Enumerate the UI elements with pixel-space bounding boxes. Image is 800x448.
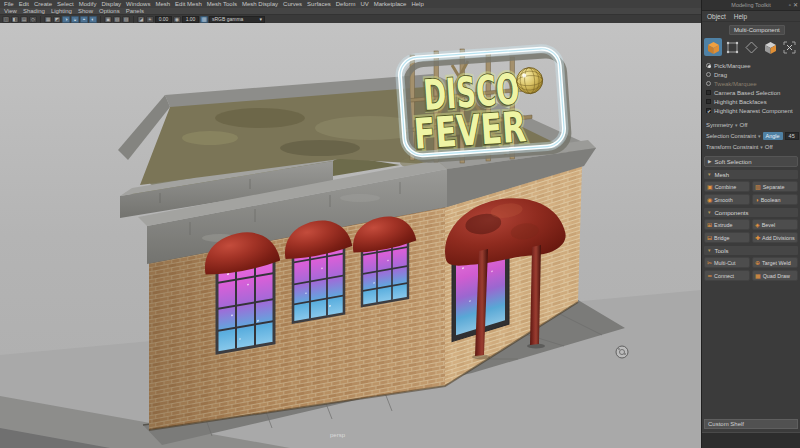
- extrude-button[interactable]: ⊞Extrude: [704, 219, 750, 230]
- image-plane-icon[interactable]: ▦: [44, 16, 52, 23]
- combine-button[interactable]: ▣Combine: [704, 181, 750, 192]
- multi-cut-button[interactable]: ✂Multi-Cut: [704, 257, 750, 268]
- drag-option[interactable]: Drag: [706, 70, 800, 79]
- panel-menu-lighting[interactable]: Lighting: [51, 8, 72, 14]
- maya-window: File Edit Create Select Modify Display W…: [0, 0, 800, 448]
- menu-windows[interactable]: Windows: [126, 1, 150, 7]
- mesh-section-header[interactable]: ▼ Mesh: [704, 170, 798, 179]
- motion-blur-icon[interactable]: ◐: [89, 16, 97, 23]
- toolkit-title-bar[interactable]: Modeling Toolkit ▫ ✕: [702, 0, 800, 11]
- pick-marquee-option[interactable]: Pick/Marquee: [706, 61, 800, 70]
- menu-edit[interactable]: Edit: [19, 1, 29, 7]
- soft-selection-header[interactable]: ▶ Soft Selection: [704, 156, 798, 167]
- view-transform-icon[interactable]: ▥: [200, 16, 208, 23]
- close-icon[interactable]: ✕: [793, 0, 798, 11]
- panel-menu-options[interactable]: Options: [99, 8, 120, 14]
- transform-constraint-row[interactable]: Transform Constraint ▾ Off: [706, 141, 800, 152]
- smooth-button[interactable]: ◉Smooth: [704, 194, 750, 205]
- selection-constraint-row[interactable]: Selection Constraint ▾ Angle: [706, 130, 800, 141]
- ssao-icon[interactable]: ◓: [80, 16, 88, 23]
- gamma-field[interactable]: [182, 16, 199, 23]
- menu-mesh-tools[interactable]: Mesh Tools: [207, 1, 237, 7]
- bookmarks-icon[interactable]: ◇: [29, 16, 37, 23]
- highlight-backfaces-option[interactable]: Highlight Backfaces: [706, 97, 800, 106]
- toolkit-menu-help[interactable]: Help: [734, 13, 747, 20]
- menu-edit-mesh[interactable]: Edit Mesh: [175, 1, 202, 7]
- camera-based-selection-option[interactable]: Camera Based Selection: [706, 88, 800, 97]
- section-label: Components: [714, 210, 748, 216]
- radio-icon: [706, 63, 711, 68]
- checkbox-checked-icon: ✔: [706, 108, 711, 113]
- camera-attributes-icon[interactable]: ▤: [20, 16, 28, 23]
- menu-surfaces[interactable]: Surfaces: [307, 1, 331, 7]
- bridge-button[interactable]: ⊟Bridge: [704, 232, 750, 243]
- bridge-icon: ⊟: [707, 235, 712, 241]
- chevron-down-icon: ▼: [707, 172, 711, 177]
- lock-camera-icon[interactable]: ◧: [11, 16, 19, 23]
- bevel-icon: ◈: [755, 222, 760, 228]
- bevel-button[interactable]: ◈Bevel: [752, 219, 798, 230]
- panel-menu-shading[interactable]: Shading: [23, 8, 45, 14]
- separate-button[interactable]: ▥Separate: [752, 181, 798, 192]
- menu-help[interactable]: Help: [411, 1, 423, 7]
- float-panel-icon[interactable]: ▫: [789, 0, 791, 11]
- menu-display[interactable]: Display: [101, 1, 121, 7]
- vertex-mode-icon[interactable]: [723, 38, 741, 56]
- gamma-icon[interactable]: ◉: [173, 16, 181, 23]
- menu-marketplace[interactable]: Marketplace: [374, 1, 407, 7]
- multi-component-mode-icon[interactable]: [780, 38, 798, 56]
- quad-draw-button[interactable]: ▦Quad Draw: [752, 270, 798, 281]
- menu-deform[interactable]: Deform: [336, 1, 356, 7]
- menu-curves[interactable]: Curves: [283, 1, 302, 7]
- view-transform-dropdown[interactable]: sRGB gamma ▾: [209, 16, 265, 23]
- isolate-select-icon[interactable]: ▣: [104, 16, 112, 23]
- highlight-nearest-component-option[interactable]: ✔ Highlight Nearest Component: [706, 106, 800, 115]
- symmetry-row[interactable]: Symmetry ▾ Off: [706, 119, 800, 130]
- scene-perspective-view[interactable]: DISCO DISCO DISCO FEVER FEVER FEVER: [0, 23, 701, 448]
- oversampling-icon[interactable]: ◑: [62, 16, 70, 23]
- menu-create[interactable]: Create: [34, 1, 52, 7]
- camera-name-label: persp: [330, 432, 345, 438]
- add-divisions-icon: ✚: [755, 235, 760, 241]
- checkbox-icon: [706, 90, 711, 95]
- target-weld-button[interactable]: ⊕Target Weld: [752, 257, 798, 268]
- object-mode-icon[interactable]: [704, 38, 722, 56]
- two-d-pan-zoom-icon[interactable]: ◩: [53, 16, 61, 23]
- panel-menu-view[interactable]: View: [4, 8, 17, 14]
- connect-button[interactable]: ≃Connect: [704, 270, 750, 281]
- toolbar-separator: [40, 16, 41, 23]
- tools-section-header[interactable]: ▼ Tools: [704, 246, 798, 255]
- toolkit-menu-object[interactable]: Object: [707, 13, 726, 20]
- angle-constraint-button[interactable]: Angle: [763, 132, 783, 140]
- boolean-button[interactable]: ◑Boolean: [752, 194, 798, 205]
- wireframe-icon[interactable]: ▧: [113, 16, 121, 23]
- shaded-icon[interactable]: ▨: [122, 16, 130, 23]
- menu-mesh[interactable]: Mesh: [155, 1, 170, 7]
- face-mode-icon[interactable]: [761, 38, 779, 56]
- menu-select[interactable]: Select: [57, 1, 74, 7]
- exposure-icon[interactable]: ☀: [146, 16, 154, 23]
- menu-uv[interactable]: UV: [360, 1, 368, 7]
- menu-modify[interactable]: Modify: [79, 1, 97, 7]
- panel-menu-panels[interactable]: Panels: [126, 8, 144, 14]
- checkbox-icon: [706, 99, 711, 104]
- main-menu-bar: File Edit Create Select Modify Display W…: [0, 0, 800, 8]
- option-label: Highlight Backfaces: [714, 99, 767, 105]
- edge-mode-icon[interactable]: [742, 38, 760, 56]
- select-camera-icon[interactable]: ◫: [2, 16, 10, 23]
- menu-file[interactable]: File: [4, 1, 14, 7]
- multi-cut-icon: ✂: [707, 260, 712, 266]
- viewport-3d[interactable]: DISCO DISCO DISCO FEVER FEVER FEVER: [0, 23, 701, 448]
- exposure-field[interactable]: [155, 16, 172, 23]
- chevron-right-icon: ▶: [708, 159, 711, 164]
- angle-value-field[interactable]: [785, 132, 799, 140]
- custom-shelf-bar[interactable]: Custom Shelf: [704, 419, 798, 429]
- xray-icon[interactable]: ◪: [137, 16, 145, 23]
- mesh-buttons: ▣Combine ▥Separate ◉Smooth ◑Boolean: [702, 179, 800, 205]
- selection-constraint-label: Selection Constraint: [706, 133, 756, 139]
- panel-menu-show[interactable]: Show: [78, 8, 93, 14]
- menu-mesh-display[interactable]: Mesh Display: [242, 1, 278, 7]
- multisampling-icon[interactable]: ◒: [71, 16, 79, 23]
- add-divisions-button[interactable]: ✚Add Divisions: [752, 232, 798, 243]
- components-section-header[interactable]: ▼ Components: [704, 208, 798, 217]
